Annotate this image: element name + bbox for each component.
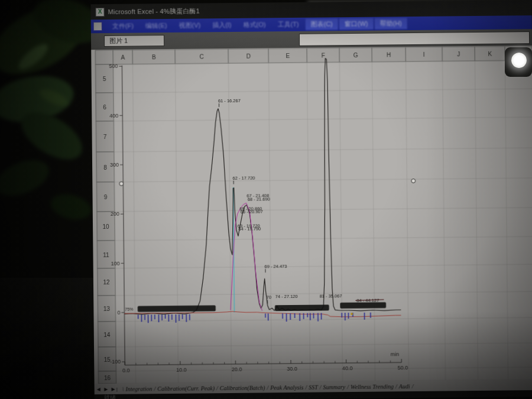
- row-header-label: 10: [102, 223, 109, 229]
- fraction-tick: [154, 314, 155, 319]
- fraction-tick: [182, 314, 183, 319]
- selection-handle[interactable]: [411, 179, 416, 183]
- camera-flash-glare: [511, 53, 527, 68]
- column-header-label: B: [152, 54, 156, 60]
- fraction-tick: [141, 314, 142, 322]
- grid-line: [307, 63, 310, 382]
- select-all-corner[interactable]: [95, 50, 113, 64]
- peak-label: 62 - 17.720: [233, 175, 255, 180]
- x-tick-label: 30.0: [287, 366, 297, 372]
- grid-line: [114, 178, 532, 182]
- grid-line: [339, 62, 342, 381]
- row-header-label: 8: [103, 164, 107, 170]
- overlapped-label-smear: [275, 304, 329, 311]
- grid-line: [114, 148, 532, 152]
- desk-shadow: [0, 278, 100, 399]
- y-tick-label: 500: [109, 63, 118, 69]
- fraction-tick: [317, 313, 319, 322]
- tab-separator: /: [412, 383, 414, 390]
- sheet-tab-3[interactable]: Peak Analysis: [268, 384, 305, 391]
- sheet-tab-0[interactable]: Integration: [124, 385, 154, 392]
- y-tick-label: 200: [111, 211, 119, 217]
- fraction-tick: [268, 313, 269, 320]
- y-tick-label: 400: [109, 112, 118, 118]
- grid-line: [175, 64, 178, 383]
- fraction-tick: [138, 314, 139, 319]
- fraction-tick: [286, 313, 287, 322]
- peak-label: 66 - 20.907: [241, 209, 263, 215]
- y-tick-label: 0: [117, 310, 120, 316]
- plant-leaf: [0, 153, 54, 203]
- grid-line: [115, 236, 532, 241]
- x-tick-label: 40.0: [342, 365, 353, 371]
- fraction-tick: [168, 314, 169, 322]
- fraction-tick: [370, 313, 371, 318]
- status-text: 就绪: [104, 393, 116, 399]
- peak-label: 70: [267, 294, 271, 300]
- grid-line: [113, 89, 532, 93]
- y-axis: [122, 66, 125, 365]
- fraction-tick: [310, 313, 311, 320]
- fraction-tick: [189, 314, 190, 320]
- baseline-fragment-label: 75%: [125, 307, 133, 312]
- tab-scroll-buttons[interactable]: ◀ ▶ ▶|: [97, 386, 119, 391]
- fraction-tick: [299, 313, 300, 321]
- fraction-tick: [345, 313, 346, 320]
- column-header-label: A: [121, 54, 125, 61]
- grid-line: [475, 61, 478, 380]
- grid-line: [116, 317, 532, 322]
- sheet-tab-6[interactable]: Wellness Trending: [349, 383, 395, 390]
- row-header-label: 11: [103, 251, 109, 258]
- fraction-tick: [321, 313, 322, 320]
- overlapped-label-smear: [138, 305, 216, 312]
- peak-label: 61 - 16.267: [218, 98, 241, 103]
- fraction-tick: [341, 313, 342, 317]
- grid-line: [116, 343, 532, 347]
- fraction-tick: [303, 313, 304, 319]
- sheet-tab-4[interactable]: SST: [307, 384, 320, 390]
- column-header-label: C: [200, 53, 204, 60]
- sheet-tab-1[interactable]: Calibration(Curr. Peak): [155, 385, 216, 392]
- sheet-tab-7[interactable]: Audi: [397, 383, 412, 390]
- row-header-label: 6: [103, 104, 106, 111]
- grid-line: [132, 64, 135, 384]
- selection-handle[interactable]: [119, 181, 124, 186]
- row-header-label: 16: [104, 374, 111, 381]
- column-header-label: G: [353, 52, 358, 59]
- fraction-tick: [151, 314, 152, 321]
- fraction-tick: [144, 314, 145, 320]
- y-tick-label: -100: [110, 359, 121, 365]
- x-tick-label: 10.0: [176, 367, 187, 373]
- x-tick-label: 0.0: [122, 368, 130, 374]
- x-axis-unit-label: min: [391, 351, 400, 357]
- fraction-tick: [158, 314, 160, 322]
- column-header-label: K: [488, 51, 492, 57]
- fraction-tick: [348, 313, 349, 319]
- grid-line: [268, 63, 271, 382]
- y-tick-label: 100: [111, 260, 120, 266]
- peak-label: 81 - 35.067: [320, 294, 342, 299]
- fraction-tick: [171, 314, 173, 320]
- y-tick-label: 300: [110, 162, 119, 168]
- fraction-tick: [294, 313, 296, 318]
- fraction-tick: [282, 313, 283, 319]
- fraction-tick: [265, 313, 266, 317]
- fraction-tick: [176, 314, 177, 323]
- row-header-label: 14: [103, 331, 111, 338]
- column-header-label: F: [322, 52, 325, 59]
- chart-picture[interactable]: ABCDEFGHIJK56789101112131415165004003002…: [90, 0, 532, 399]
- grid-line: [505, 61, 508, 380]
- overlapped-label-smear: [340, 302, 386, 309]
- column-header-label: E: [286, 53, 290, 59]
- fraction-tick: [313, 313, 314, 319]
- fraction-tick: [179, 314, 180, 321]
- x-axis: [125, 362, 401, 365]
- fraction-tick: [307, 313, 308, 317]
- sheet-tab-5[interactable]: Summary: [321, 384, 347, 390]
- sheet-tab-2[interactable]: Calibration(Batch): [218, 384, 267, 391]
- grid-line: [115, 207, 532, 212]
- row-header-label: 5: [103, 76, 106, 82]
- grid-line: [442, 61, 445, 381]
- peak-label: 64 - 19.790: [238, 226, 261, 232]
- column-header-label: J: [457, 51, 460, 57]
